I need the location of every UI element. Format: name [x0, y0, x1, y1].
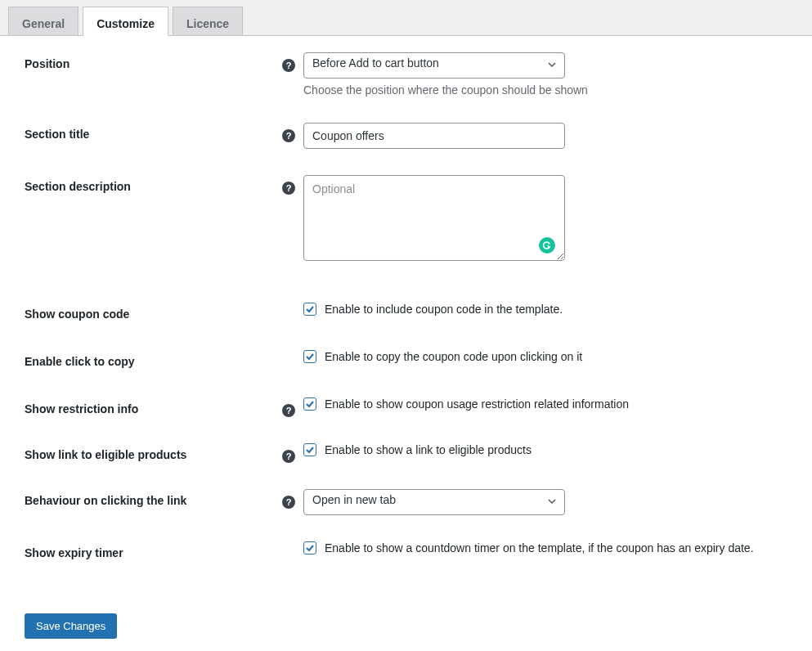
- show-restriction-text: Enable to show coupon usage restriction …: [325, 397, 629, 411]
- row-behaviour-link: Behaviour on clicking the link ? Open in…: [25, 489, 787, 515]
- label-behaviour-link: Behaviour on clicking the link: [25, 489, 282, 507]
- show-expiry-checkbox[interactable]: [303, 541, 316, 554]
- row-enable-click-copy: Enable click to copy Enable to copy the …: [25, 350, 787, 371]
- show-link-eligible-text: Enable to show a link to eligible produc…: [325, 443, 532, 456]
- help-icon[interactable]: ?: [282, 404, 295, 417]
- row-position: Position ? Before Add to cart button Cho…: [25, 52, 787, 97]
- show-restriction-checkbox[interactable]: [303, 397, 316, 411]
- label-show-coupon-code: Show coupon code: [25, 303, 282, 321]
- tabs-bar: General Customize Licence: [0, 0, 812, 36]
- behaviour-link-select[interactable]: Open in new tab: [303, 489, 565, 515]
- section-description-textarea[interactable]: [303, 175, 565, 261]
- label-position: Position: [25, 52, 282, 70]
- enable-click-copy-text: Enable to copy the coupon code upon clic…: [325, 350, 582, 363]
- show-coupon-code-text: Enable to include coupon code in the tem…: [325, 303, 563, 316]
- help-icon[interactable]: ?: [282, 450, 295, 463]
- help-icon[interactable]: ?: [282, 129, 295, 142]
- row-show-restriction: Show restriction info ? Enable to show c…: [25, 397, 787, 417]
- label-show-restriction: Show restriction info: [25, 397, 282, 415]
- help-icon[interactable]: ?: [282, 59, 295, 72]
- position-select[interactable]: Before Add to cart button: [303, 52, 565, 79]
- save-changes-button[interactable]: Save Changes: [25, 613, 117, 639]
- form-table: Position ? Before Add to cart button Cho…: [0, 36, 812, 605]
- label-section-title: Section title: [25, 123, 282, 141]
- show-coupon-code-checkbox[interactable]: [303, 303, 316, 316]
- enable-click-copy-checkbox[interactable]: [303, 350, 316, 363]
- help-icon[interactable]: ?: [282, 182, 295, 195]
- label-section-description: Section description: [25, 175, 282, 193]
- show-expiry-text: Enable to show a countdown timer on the …: [325, 541, 754, 554]
- label-enable-click-copy: Enable click to copy: [25, 350, 282, 368]
- section-title-input[interactable]: [303, 123, 565, 149]
- grammarly-icon[interactable]: [539, 237, 555, 254]
- show-link-eligible-checkbox[interactable]: [303, 443, 316, 456]
- tab-licence[interactable]: Licence: [173, 7, 243, 35]
- row-show-link-eligible: Show link to eligible products ? Enable …: [25, 443, 787, 463]
- label-show-expiry: Show expiry timer: [25, 541, 282, 559]
- row-section-title: Section title ?: [25, 123, 787, 149]
- tab-general[interactable]: General: [8, 7, 79, 35]
- position-description: Choose the position where the coupon sho…: [303, 83, 787, 97]
- row-show-coupon-code: Show coupon code Enable to include coupo…: [25, 303, 787, 324]
- label-show-link-eligible: Show link to eligible products: [25, 443, 282, 461]
- row-show-expiry: Show expiry timer Enable to show a count…: [25, 541, 787, 563]
- tab-customize[interactable]: Customize: [83, 7, 168, 36]
- help-icon[interactable]: ?: [282, 496, 295, 509]
- row-section-description: Section description ?: [25, 175, 787, 263]
